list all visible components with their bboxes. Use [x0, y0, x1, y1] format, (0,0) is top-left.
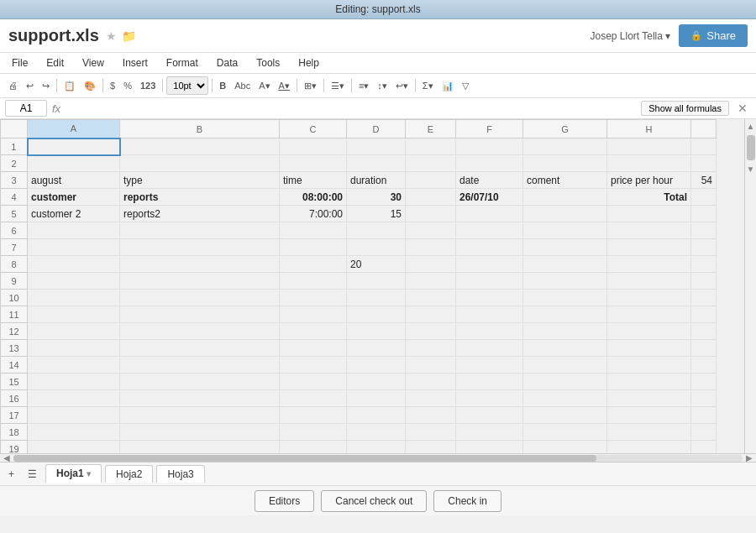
star-icon[interactable]: ★ — [106, 29, 117, 43]
cell-r14-c7[interactable] — [607, 357, 691, 374]
menu-edit[interactable]: Edit — [43, 55, 67, 71]
cell-extra-r2[interactable] — [691, 155, 717, 172]
cell-r13-c5[interactable] — [456, 340, 523, 357]
cell-r9-c5[interactable] — [456, 273, 523, 290]
number-format-btn[interactable]: 123 — [137, 79, 159, 92]
cell-r13-c6[interactable] — [523, 340, 607, 357]
cell-r6-c1[interactable] — [120, 222, 280, 239]
cell-r7-c3[interactable] — [347, 239, 406, 256]
cell-r6-c2[interactable] — [280, 222, 347, 239]
cell-r4-c6[interactable] — [523, 189, 607, 206]
cell-r19-c0[interactable] — [28, 441, 120, 454]
share-button[interactable]: 🔒 Share — [679, 24, 748, 47]
cell-r10-c4[interactable] — [406, 290, 456, 306]
cell-r10-c5[interactable] — [456, 290, 523, 306]
cell-r9-c6[interactable] — [523, 273, 607, 290]
cell-extra-r3[interactable]: 54 — [691, 172, 717, 189]
user-name[interactable]: Josep Llort Tella ▾ — [590, 30, 670, 42]
cell-r10-c7[interactable] — [607, 290, 691, 306]
cell-r4-c4[interactable] — [406, 189, 456, 206]
cell-r3-c2[interactable]: time — [280, 172, 347, 189]
cell-r9-c3[interactable] — [347, 273, 406, 290]
cell-r11-c6[interactable] — [523, 306, 607, 323]
cell-r8-c7[interactable] — [607, 256, 691, 273]
col-header-C[interactable]: C — [280, 120, 347, 138]
cell-r14-c3[interactable] — [347, 357, 406, 374]
col-header-G[interactable]: G — [523, 120, 607, 138]
grid-wrapper[interactable]: A B C D E F G H 123augusttypetimeduratio… — [0, 119, 744, 453]
cell-r14-c1[interactable] — [120, 357, 280, 374]
cell-r2-c0[interactable] — [28, 155, 120, 172]
cell-r10-c2[interactable] — [280, 290, 347, 306]
cell-r15-c7[interactable] — [607, 374, 691, 390]
cell-r3-c3[interactable]: duration — [347, 172, 406, 189]
menu-data[interactable]: Data — [213, 55, 241, 71]
cell-r7-c4[interactable] — [406, 239, 456, 256]
cell-r2-c6[interactable] — [523, 155, 607, 172]
cell-r15-c3[interactable] — [347, 374, 406, 390]
cell-r13-c7[interactable] — [607, 340, 691, 357]
cell-r8-c2[interactable] — [280, 256, 347, 273]
cell-r19-c5[interactable] — [456, 441, 523, 454]
col-header-extra[interactable] — [691, 120, 717, 138]
cell-r7-c7[interactable] — [607, 239, 691, 256]
show-all-formulas-button[interactable]: Show all formulas — [641, 101, 729, 116]
cell-r8-c1[interactable] — [120, 256, 280, 273]
cell-r1-c0[interactable] — [28, 138, 120, 155]
cell-extra-r10[interactable] — [691, 290, 717, 306]
cell-r4-c1[interactable]: reports — [120, 189, 280, 206]
font-color-btn[interactable]: A▾ — [255, 79, 273, 93]
cell-r2-c5[interactable] — [456, 155, 523, 172]
cell-extra-r8[interactable] — [691, 256, 717, 273]
cell-extra-r13[interactable] — [691, 340, 717, 357]
cell-r17-c2[interactable] — [280, 407, 347, 424]
cell-r18-c0[interactable] — [28, 424, 120, 441]
cell-r14-c2[interactable] — [280, 357, 347, 374]
cell-r1-c7[interactable] — [607, 138, 691, 155]
cell-r3-c7[interactable]: price per hour — [607, 172, 691, 189]
cell-r8-c0[interactable] — [28, 256, 120, 273]
add-sheet-button[interactable]: + — [3, 466, 19, 483]
cell-r8-c6[interactable] — [523, 256, 607, 273]
cell-r7-c6[interactable] — [523, 239, 607, 256]
cell-r15-c6[interactable] — [523, 374, 607, 390]
cell-r5-c4[interactable] — [406, 206, 456, 222]
undo-btn[interactable]: ↩ — [23, 79, 37, 93]
print-btn[interactable]: 🖨 — [5, 79, 21, 92]
cell-r19-c3[interactable] — [347, 441, 406, 454]
menu-tools[interactable]: Tools — [253, 55, 283, 71]
close-formula-button[interactable]: ✕ — [734, 102, 751, 115]
cell-r10-c3[interactable] — [347, 290, 406, 306]
cell-r16-c2[interactable] — [280, 390, 347, 407]
col-header-H[interactable]: H — [607, 120, 691, 138]
cell-r19-c1[interactable] — [120, 441, 280, 454]
cell-r11-c4[interactable] — [406, 306, 456, 323]
cell-r4-c3[interactable]: 30 — [347, 189, 406, 206]
cell-r18-c4[interactable] — [406, 424, 456, 441]
cell-r2-c4[interactable] — [406, 155, 456, 172]
cell-extra-r19[interactable] — [691, 441, 717, 454]
cell-r19-c2[interactable] — [280, 441, 347, 454]
cell-r12-c0[interactable] — [28, 323, 120, 340]
cell-r11-c1[interactable] — [120, 306, 280, 323]
cell-r9-c0[interactable] — [28, 273, 120, 290]
cell-r16-c7[interactable] — [607, 390, 691, 407]
cell-r2-c7[interactable] — [607, 155, 691, 172]
cell-extra-r9[interactable] — [691, 273, 717, 290]
borders-btn[interactable]: ⊞▾ — [301, 79, 320, 93]
col-header-A[interactable]: A — [28, 120, 120, 138]
cell-r16-c3[interactable] — [347, 390, 406, 407]
menu-view[interactable]: View — [79, 55, 108, 71]
cell-r11-c0[interactable] — [28, 306, 120, 323]
font-size-select[interactable]: 10pt 12pt 14pt — [166, 76, 208, 95]
highlight-color-btn[interactable]: A▾ — [276, 79, 293, 93]
cell-r1-c2[interactable] — [280, 138, 347, 155]
cancel-checkout-button[interactable]: Cancel check out — [321, 490, 427, 512]
cell-extra-r14[interactable] — [691, 357, 717, 374]
cell-r4-c7[interactable]: Total — [607, 189, 691, 206]
cell-r11-c2[interactable] — [280, 306, 347, 323]
cell-extra-r5[interactable] — [691, 206, 717, 222]
cell-r3-c4[interactable] — [406, 172, 456, 189]
cell-r4-c0[interactable]: customer — [28, 189, 120, 206]
scroll-thumb[interactable] — [747, 135, 755, 160]
